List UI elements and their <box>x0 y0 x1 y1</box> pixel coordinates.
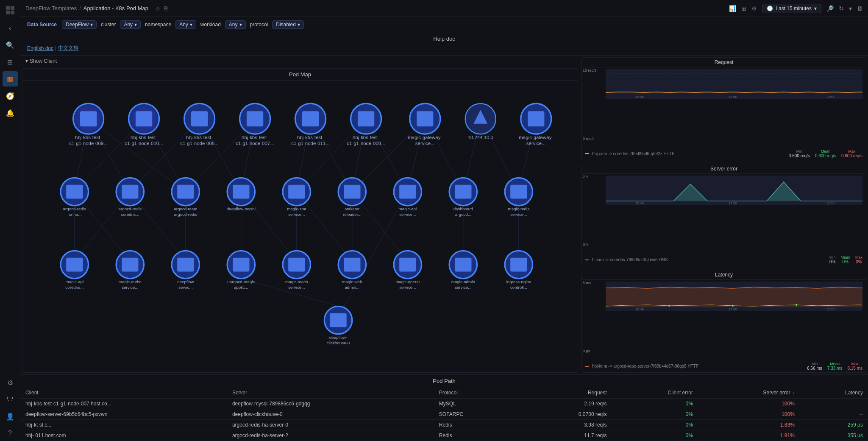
svg-text:12:45: 12:45 <box>635 307 644 311</box>
cell-protocol: MySQL <box>434 399 518 409</box>
sidebar-alerts-icon[interactable]: 🔔 <box>3 105 18 120</box>
help-separator: | <box>55 45 56 51</box>
svg-rect-99 <box>399 185 416 199</box>
sidebar-settings-icon[interactable]: ⚙ <box>3 375 18 390</box>
svg-text:magic-gateway-: magic-gateway- <box>519 135 553 140</box>
deepflow-select[interactable]: DeepFlow ▾ <box>62 20 97 29</box>
svg-rect-127 <box>288 258 305 272</box>
cell-client: hbj-kt st.c... <box>20 420 227 430</box>
svg-text:12:50: 12:50 <box>729 95 737 99</box>
svg-text:c1-g1-node-008...: c1-g1-node-008... <box>180 141 218 146</box>
breadcrumb-current: Application - K8s Pod Map <box>83 5 148 11</box>
svg-text:service...: service... <box>455 285 471 290</box>
zoom-out-icon[interactable]: 🔎 <box>826 5 834 12</box>
server-error-chart-area: 2% 0% 12:45 12:50 12:55 <box>582 174 866 255</box>
help-links: English doc | 中文文档 <box>27 45 861 52</box>
svg-text:reloader...: reloader... <box>343 212 362 217</box>
node-group-middle[interactable]: argocd-redis na-ha... argocd-redis cored… <box>61 178 533 217</box>
svg-rect-131 <box>344 258 360 272</box>
svg-rect-61 <box>358 111 374 126</box>
svg-text:argocd...: argocd... <box>455 212 471 217</box>
english-doc-link[interactable]: English doc <box>27 45 53 51</box>
help-title: Help doc <box>27 36 861 42</box>
show-client-toggle[interactable]: ▾ Show Client <box>20 56 580 67</box>
svg-point-166 <box>796 304 797 306</box>
svg-text:magic-api: magic-api <box>399 207 417 211</box>
pod-map-canvas[interactable]: hbj-kbs-test- c1-g1-node-009... hbj-kbs-… <box>22 81 578 372</box>
se-y-max: 2% <box>583 175 588 179</box>
breadcrumb-root[interactable]: DeepFlow Templates <box>25 5 77 11</box>
app-logo <box>3 3 17 17</box>
cell-latency: 259 μs <box>800 420 868 430</box>
se-legend-stats: Min0% Mean0% Max0% <box>829 255 862 264</box>
cell-server-error: 100% <box>698 399 800 409</box>
col-server[interactable]: Server <box>227 387 434 399</box>
monitor-icon[interactable]: 🖥 <box>857 5 863 12</box>
svg-text:12:50: 12:50 <box>729 201 737 205</box>
cell-request: 2.19 req/s <box>518 399 612 409</box>
col-request[interactable]: Request <box>518 387 612 399</box>
namespace-select[interactable]: Any ▾ <box>175 20 196 29</box>
svg-text:c1-g1-node-010...: c1-g1-node-010... <box>125 141 163 146</box>
refresh-icon[interactable]: ↻ <box>839 5 844 12</box>
table-row[interactable]: hbj-kt st.c... argocd-redis-ha-server-0 … <box>20 420 868 430</box>
svg-text:service...: service... <box>399 212 416 217</box>
pod-map-panel: Pod Map <box>22 68 578 373</box>
server-error-title: Server error <box>582 164 866 174</box>
table-row[interactable]: hbj-kbs-test-c1-g1-node-007.host.co... d… <box>20 399 868 409</box>
workload-select[interactable]: Any ▾ <box>225 20 246 29</box>
svg-text:magic-gateway-: magic-gateway- <box>408 135 442 140</box>
refresh-dropdown-icon[interactable]: ▾ <box>849 5 852 12</box>
datasource-label: Data Source <box>25 21 59 28</box>
cell-latency: -- <box>800 399 868 409</box>
gear-icon[interactable]: ⚙ <box>751 5 757 12</box>
request-chart-area: 10 req/s 0 req/s 12:45 <box>582 67 866 148</box>
svg-rect-91 <box>288 185 305 199</box>
sidebar-search-icon[interactable]: 🔍 <box>3 37 18 53</box>
share-icon[interactable]: ⎘ <box>164 5 167 12</box>
chinese-doc-link[interactable]: 中文文档 <box>58 45 78 52</box>
time-range-picker[interactable]: 🕐 Last 15 minutes ▾ <box>762 4 821 13</box>
table-row[interactable]: deepflow-server-69b5b64bc5-pxvwn deepflo… <box>20 409 868 420</box>
sidebar-dashboards-icon[interactable]: ▦ <box>3 71 18 87</box>
sidebar-explore-icon[interactable]: 🧭 <box>3 88 18 103</box>
col-protocol[interactable]: Protocol <box>434 387 518 399</box>
svg-marker-163 <box>606 287 862 307</box>
svg-text:ingress-nginx: ingress-nginx <box>506 279 531 284</box>
time-range-label: Last 15 minutes <box>776 6 812 11</box>
table-header: Client Server Protocol Request Client er… <box>20 387 868 399</box>
svg-text:12:45: 12:45 <box>635 201 644 205</box>
col-server-error[interactable]: Server error ↓ <box>698 387 800 399</box>
sidebar: ‹ 🔍 ⊞ ▦ 🧭 🔔 ⚙ 🛡 👤 ? <box>0 0 20 441</box>
server-error-svg: 12:45 12:50 12:55 <box>606 176 862 205</box>
node-group-bottom[interactable]: magic-api coredns... magic-autho service… <box>61 251 533 290</box>
sidebar-user-icon[interactable]: 👤 <box>3 409 18 424</box>
star-icon[interactable]: ☆ <box>155 5 161 12</box>
cell-request: 0.0700 req/s <box>518 409 612 420</box>
sidebar-help-icon[interactable]: ? <box>3 426 18 441</box>
req-legend-text: hbj com -> coredns-7f85ff9cd6-q582z HTTP <box>592 151 675 156</box>
svg-rect-53 <box>247 111 263 126</box>
svg-text:magic-operat: magic-operat <box>395 279 420 284</box>
col-latency[interactable]: Latency <box>800 387 868 399</box>
node-group-top[interactable]: hbj-kbs-test- c1-g1-node-009... hbj-kbs-… <box>69 103 553 146</box>
protocol-select[interactable]: Disabled ▾ <box>272 20 304 29</box>
svg-rect-49 <box>191 111 208 126</box>
cluster-chevron: ▾ <box>134 22 137 28</box>
col-client-error[interactable]: Client error <box>612 387 698 399</box>
dashboard-icon[interactable]: ⊞ <box>741 5 746 12</box>
cluster-select[interactable]: Any ▾ <box>120 20 141 29</box>
se-legend-dot <box>585 260 589 260</box>
table-row[interactable]: hbj- 011.host.com argocd-redis-ha-server… <box>20 430 868 441</box>
sidebar-shield-icon[interactable]: 🛡 <box>3 392 18 407</box>
svg-rect-139 <box>455 258 471 272</box>
svg-text:magic-teach: magic-teach <box>285 279 308 284</box>
bar-chart-icon[interactable]: 📊 <box>729 5 736 12</box>
col-client[interactable]: Client <box>20 387 227 399</box>
sidebar-collapse-icon[interactable]: ‹ <box>3 20 18 36</box>
latency-chart-area: 5 ms 0 μs <box>582 280 866 361</box>
sidebar-home-icon[interactable]: ⊞ <box>3 54 18 70</box>
svg-rect-40 <box>80 111 97 126</box>
cell-client: hbj- 011.host.com <box>20 430 227 441</box>
svg-text:12:45: 12:45 <box>635 95 644 99</box>
